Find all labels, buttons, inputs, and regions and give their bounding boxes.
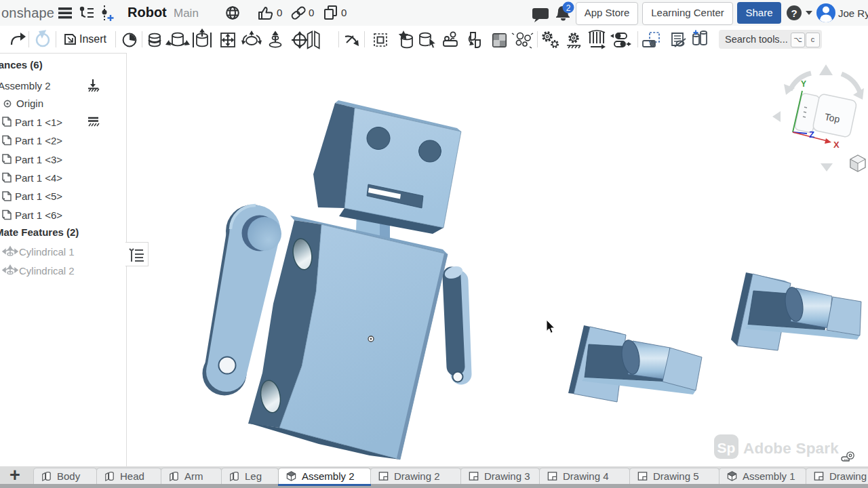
- svg-text:?: ?: [791, 7, 797, 19]
- svg-text:Y: Y: [801, 79, 806, 89]
- svg-text:Sp: Sp: [717, 440, 736, 455]
- svg-text:Adobe Spark: Adobe Spark: [743, 440, 839, 457]
- svg-text:2: 2: [566, 3, 571, 13]
- svg-text:Z: Z: [809, 129, 814, 140]
- svg-text:X: X: [833, 140, 840, 150]
